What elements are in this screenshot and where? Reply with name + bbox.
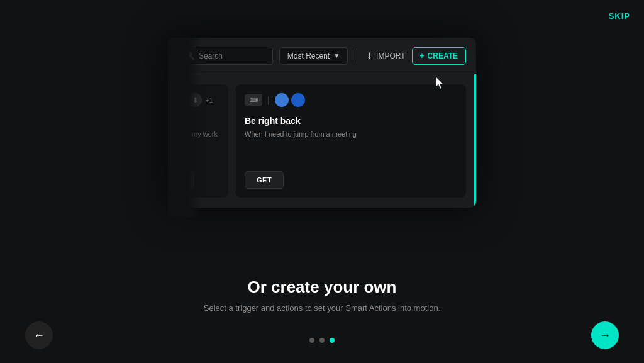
blue-icon-1: [275, 93, 289, 107]
card-partial-left: ♪ ⬇ +1 us Time pause from my work GET: [168, 84, 228, 198]
create-button[interactable]: + CREATE: [412, 47, 466, 65]
import-button[interactable]: ⬇ IMPORT: [366, 51, 405, 60]
card-icons-partial: ♪ ⬇ +1: [168, 93, 219, 107]
forward-button[interactable]: →: [591, 321, 619, 349]
get-button-brb[interactable]: GET: [245, 171, 284, 189]
back-arrow-icon: ←: [33, 329, 45, 342]
dropdown-label: Most Recent: [287, 52, 330, 60]
card-desc-partial: pause from my work: [168, 130, 219, 161]
plus-one-badge: +1: [206, 97, 213, 104]
forward-arrow-icon: →: [599, 329, 611, 342]
card-title-partial: us Time: [168, 116, 219, 126]
icon-separator: |: [267, 95, 270, 105]
create-label: CREATE: [428, 52, 458, 60]
chrome-icon: [168, 93, 169, 107]
search-icon: 🔍: [185, 51, 195, 60]
pagination-dots: [309, 338, 335, 343]
card-brb-title: Be right back: [245, 116, 457, 126]
most-recent-dropdown[interactable]: Most Recent ▼: [279, 47, 348, 65]
create-own-subtitle: Select a trigger and actions to set your…: [0, 303, 644, 313]
import-icon: ⬇: [366, 51, 373, 60]
plus-icon: +: [420, 52, 425, 60]
panel-toolbar: 🔍 Most Recent ▼ ⬇ IMPORT + CREATE: [168, 38, 476, 74]
skip-button[interactable]: SKIP: [609, 11, 630, 21]
spotify-icon: ♪: [172, 93, 186, 107]
toolbar-divider: [357, 48, 357, 64]
download-icon: ⬇: [188, 93, 202, 107]
dot-3[interactable]: [330, 338, 335, 343]
card-brb-desc: When I need to jump from a meeting: [245, 130, 457, 161]
card-brb-icons: ⌨ |: [245, 93, 457, 107]
keyboard-icon: ⌨: [245, 94, 262, 106]
chevron-down-icon: ▼: [333, 52, 340, 59]
get-button-partial[interactable]: GET: [168, 171, 194, 189]
bottom-section: Or create your own Select a trigger and …: [0, 277, 644, 313]
right-accent-bar: [474, 74, 476, 208]
main-panel: 🔍 Most Recent ▼ ⬇ IMPORT + CREATE ♪ ⬇ +1: [168, 38, 476, 208]
import-label: IMPORT: [376, 52, 405, 60]
search-box[interactable]: 🔍: [178, 47, 273, 65]
search-input[interactable]: [199, 52, 266, 60]
create-own-title: Or create your own: [0, 277, 644, 297]
dot-1[interactable]: [309, 338, 314, 343]
blue-icon-2: [291, 93, 305, 107]
dot-2[interactable]: [319, 338, 325, 343]
card-be-right-back: ⌨ | Be right back When I need to jump fr…: [236, 84, 466, 198]
cards-area: ♪ ⬇ +1 us Time pause from my work GET ⌨ …: [168, 74, 476, 208]
back-button[interactable]: ←: [25, 321, 53, 349]
